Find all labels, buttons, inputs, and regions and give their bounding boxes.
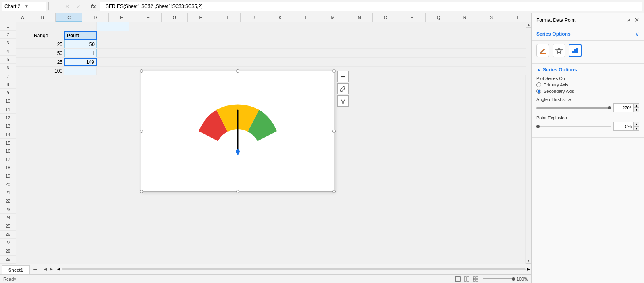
row-num-15[interactable]: 15 (0, 139, 16, 147)
secondary-axis-radio[interactable] (536, 89, 541, 94)
row-num-11[interactable]: 11 (0, 105, 16, 114)
vertical-scrollbar[interactable]: ▲ ▼ (526, 22, 531, 264)
zoom-slider[interactable] (483, 278, 515, 279)
row-num-3[interactable]: 3 (0, 39, 16, 47)
cell-c3[interactable]: 50 (64, 40, 97, 48)
row-num-1[interactable]: 1 (0, 22, 16, 31)
row-num-26[interactable]: 26 (0, 231, 16, 239)
row-num-9[interactable]: 9 (0, 89, 16, 97)
confirm-icon[interactable]: ✓ (74, 2, 83, 11)
row-num-28[interactable]: 28 (0, 247, 16, 256)
zoom-level[interactable]: 100% (517, 277, 528, 281)
col-header-s[interactable]: S (478, 13, 505, 22)
col-header-g[interactable]: G (162, 13, 188, 22)
row-num-2[interactable]: 2 (0, 31, 16, 39)
table-row[interactable]: 25 50 (16, 40, 526, 49)
col-header-o[interactable]: O (373, 13, 399, 22)
col-header-b[interactable]: B (29, 13, 56, 22)
cell-c6[interactable] (64, 67, 97, 75)
cell-b1[interactable] (64, 22, 97, 31)
row-num-18[interactable]: 18 (0, 164, 16, 172)
col-header-q[interactable]: Q (426, 13, 452, 22)
cell-b3[interactable]: 25 (32, 40, 64, 48)
panel-close-icon[interactable]: ✕ (634, 16, 639, 24)
secondary-axis-option[interactable]: Secondary Axis (536, 89, 639, 94)
normal-view-icon[interactable] (454, 276, 462, 282)
col-header-j[interactable]: J (241, 13, 267, 22)
hscroll-left-button[interactable]: ◀ (56, 267, 62, 271)
hscroll-right-button[interactable]: ▶ (526, 267, 531, 271)
row-num-16[interactable]: 16 (0, 147, 16, 155)
cancel-icon[interactable]: ✕ (62, 2, 72, 11)
page-layout-icon[interactable] (463, 276, 471, 282)
row-num-10[interactable]: 10 (0, 97, 16, 106)
col-header-d[interactable]: D (82, 13, 109, 22)
formula-bar[interactable]: =SERIES(Sheet1!$C$2,,Sheet1!$C$3:$C$5,2) (100, 2, 642, 11)
row-num-12[interactable]: 12 (0, 114, 16, 122)
row-num-23[interactable]: 23 (0, 205, 16, 214)
row-num-4[interactable]: 4 (0, 47, 16, 56)
table-row[interactable]: 25 149 (16, 58, 526, 67)
row-num-8[interactable]: 8 (0, 80, 16, 89)
section-title[interactable]: ▲ Series Options (536, 67, 639, 73)
row-num-25[interactable]: 25 (0, 222, 16, 231)
angle-slider[interactable] (536, 107, 611, 109)
cell-c2[interactable]: Point (64, 31, 97, 40)
scroll-track[interactable] (526, 28, 531, 258)
cell-b4[interactable]: 50 (32, 49, 64, 57)
chart-style-button[interactable] (337, 83, 349, 94)
col-header-h[interactable]: H (188, 13, 214, 22)
explosion-value[interactable]: 0% (613, 122, 634, 131)
col-header-l[interactable]: L (293, 13, 320, 22)
col-header-r[interactable]: R (452, 13, 479, 22)
row-num-24[interactable]: 24 (0, 214, 16, 222)
cell-b2[interactable]: Range (32, 31, 64, 40)
row-num-14[interactable]: 14 (0, 130, 16, 139)
explosion-down-button[interactable]: ▼ (634, 126, 639, 131)
col-header-i[interactable]: I (214, 13, 241, 22)
col-header-k[interactable]: K (267, 13, 294, 22)
scroll-sheets-right[interactable]: ▶ (48, 267, 54, 271)
hscroll-track[interactable] (62, 268, 526, 270)
fill-color-icon[interactable] (536, 44, 549, 57)
series-options-tab-icon[interactable] (569, 44, 582, 57)
more-options-icon[interactable]: ⋮ (51, 2, 61, 11)
page-break-view-icon[interactable] (472, 276, 480, 282)
col-header-c[interactable]: C (56, 13, 82, 22)
row-num-19[interactable]: 19 (0, 172, 16, 180)
row-num-13[interactable]: 13 (0, 122, 16, 131)
col-header-e[interactable]: E (109, 13, 135, 22)
col-header-t[interactable]: T (505, 13, 531, 22)
row-num-6[interactable]: 6 (0, 64, 16, 72)
explosion-slider[interactable] (536, 126, 611, 127)
row-num-20[interactable]: 20 (0, 180, 16, 189)
series-options-toggle[interactable]: Series Options ∨ (536, 31, 639, 37)
col-header-p[interactable]: P (399, 13, 426, 22)
add-chart-element-button[interactable]: + (337, 71, 349, 82)
chart-container[interactable]: + (141, 71, 334, 192)
chart-name-dropdown-icon[interactable]: ▼ (25, 4, 43, 8)
col-header-m[interactable]: M (320, 13, 347, 22)
scroll-down-button[interactable]: ▼ (526, 258, 531, 264)
col-header-a[interactable]: A (16, 13, 29, 22)
scroll-sheets-left[interactable]: ◀ (43, 267, 48, 271)
cell-c1[interactable] (97, 22, 129, 31)
row-num-29[interactable]: 29 (0, 256, 16, 264)
cell-b5[interactable]: 25 (32, 58, 64, 66)
angle-up-button[interactable]: ▲ (634, 103, 639, 108)
row-num-21[interactable]: 21 (0, 189, 16, 197)
row-num-7[interactable]: 7 (0, 72, 16, 81)
sheet-tab-sheet1[interactable]: Sheet1 (2, 265, 30, 274)
cell-c5[interactable]: 149 (64, 58, 97, 66)
primary-axis-option[interactable]: Primary Axis (536, 82, 639, 87)
panel-expand-icon[interactable]: ↗ (626, 17, 631, 23)
table-row[interactable]: Range Point (16, 31, 526, 40)
angle-value[interactable]: 270° (613, 103, 634, 112)
add-sheet-button[interactable]: + (31, 265, 39, 274)
angle-down-button[interactable]: ▼ (634, 108, 639, 112)
cell-c4[interactable]: 1 (64, 49, 97, 57)
table-row[interactable]: 50 1 (16, 49, 526, 58)
cell-b6[interactable]: 100 (32, 67, 64, 75)
effects-icon[interactable] (553, 44, 565, 57)
chart-filter-button[interactable] (337, 95, 349, 107)
